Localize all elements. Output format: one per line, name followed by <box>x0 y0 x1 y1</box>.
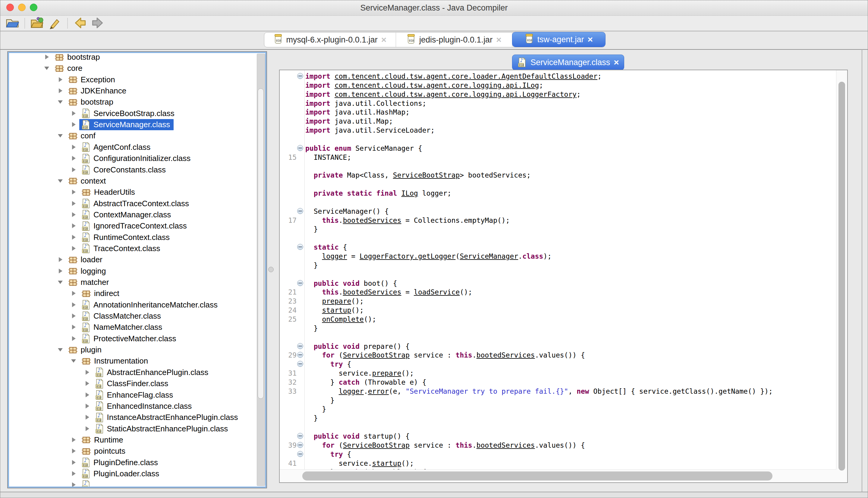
tree-row[interactable]: conf <box>9 130 256 141</box>
tree-item[interactable]: ♪010AnnotationInheritanceMatcher.class <box>79 299 221 311</box>
tree-expand-arrow-icon[interactable] <box>70 459 77 466</box>
tree-row[interactable]: ♪010AbstractEnhancePlugin.class <box>9 367 256 378</box>
tree-row[interactable]: matcher <box>9 277 256 288</box>
code-link[interactable]: bootedServices <box>343 288 401 296</box>
code-link[interactable]: ServiceManager <box>459 252 518 260</box>
tree-row[interactable]: ♪010StaticAbstractEnhancePlugin.class <box>9 423 256 434</box>
tree-expand-arrow-icon[interactable] <box>70 313 77 319</box>
tree-row[interactable]: ♪010InstanceAbstractEnhancePlugin.class <box>9 412 256 423</box>
code-link[interactable]: ILog <box>401 189 418 197</box>
tree-item[interactable]: conf <box>66 130 99 141</box>
tree-item[interactable]: indirect <box>79 288 123 299</box>
tree-expand-arrow-icon[interactable] <box>84 414 90 420</box>
tab-close-icon[interactable]: × <box>614 58 619 67</box>
forward-button[interactable] <box>90 16 106 30</box>
tree-row[interactable]: plugin <box>9 344 256 355</box>
tree-item[interactable]: ♪010RuntimeContext.class <box>79 232 173 243</box>
tree-expand-arrow-icon[interactable] <box>70 200 77 207</box>
tree-expand-arrow-icon[interactable] <box>57 76 64 83</box>
tab-close-icon[interactable]: × <box>381 35 387 44</box>
code-link[interactable]: startup <box>372 459 401 467</box>
tree-scrollbar[interactable] <box>257 54 265 486</box>
tree-row[interactable]: ♪010 <box>9 479 256 487</box>
tab-close-icon[interactable]: × <box>587 35 593 44</box>
tree-expand-arrow-icon[interactable] <box>70 301 77 308</box>
tree-row[interactable]: ♪010EnhanceFlag.class <box>9 390 256 401</box>
search-button[interactable] <box>47 16 63 30</box>
tree-expand-arrow-icon[interactable] <box>84 403 90 409</box>
tree-row[interactable]: core <box>9 63 256 74</box>
tree-row[interactable]: ♪010AnnotationInheritanceMatcher.class <box>9 299 256 311</box>
tree-expand-arrow-icon[interactable] <box>70 121 77 128</box>
tree-expand-arrow-icon[interactable] <box>70 335 77 342</box>
tree-row[interactable]: JDKEnhance <box>9 85 256 96</box>
tree-row[interactable]: ♪010ClassFinder.class <box>9 378 256 389</box>
tree-item[interactable]: pointcuts <box>79 446 129 457</box>
tree-expand-arrow-icon[interactable] <box>70 448 77 454</box>
tree-row[interactable]: ♪010ServiceBootStrap.class <box>9 108 256 119</box>
code-link[interactable]: loadService <box>414 288 459 296</box>
tree-expand-arrow-icon[interactable] <box>84 425 90 432</box>
tree-item[interactable]: context <box>66 175 110 187</box>
tree-collapse-arrow-icon[interactable] <box>57 346 64 353</box>
code-link[interactable]: logger <box>339 388 364 395</box>
tree-item[interactable]: ♪010ClassMatcher.class <box>79 311 164 322</box>
tree-item[interactable]: ♪010TraceContext.class <box>79 243 164 254</box>
tree-expand-arrow-icon[interactable] <box>70 324 77 330</box>
tree-item[interactable]: loader <box>66 254 106 265</box>
fold-toggle-icon[interactable] <box>297 343 303 349</box>
code-link[interactable]: bootedServices <box>477 351 535 359</box>
tree-item[interactable]: ♪010ServiceManager.class <box>79 119 174 130</box>
tree-row[interactable]: ♪010ConfigurationInitializer.class <box>9 153 256 164</box>
code-link[interactable]: onComplete <box>322 315 363 323</box>
tree-item[interactable]: JDKEnhance <box>66 85 130 96</box>
tree-item[interactable]: ♪010ServiceBootStrap.class <box>79 108 178 119</box>
code-vscrollbar-thumb[interactable] <box>839 82 845 471</box>
tree-expand-arrow-icon[interactable] <box>70 155 77 161</box>
tree-item[interactable]: ♪010ContextManager.class <box>79 209 174 220</box>
code-link[interactable]: logger <box>322 252 347 260</box>
tree-expand-arrow-icon[interactable] <box>43 54 50 60</box>
tree-collapse-arrow-icon[interactable] <box>57 178 64 184</box>
code-link[interactable]: bootedServices <box>477 441 535 449</box>
tree-expand-arrow-icon[interactable] <box>84 380 90 387</box>
tree-collapse-arrow-icon[interactable] <box>70 357 77 364</box>
tree-item[interactable]: ♪010PluginDefine.class <box>79 457 162 468</box>
tree-row[interactable]: ♪010PluginDefine.class <box>9 457 256 468</box>
tree-item[interactable]: Instrumentation <box>79 355 151 367</box>
tree-item[interactable]: matcher <box>66 277 113 288</box>
tree-expand-arrow-icon[interactable] <box>70 110 77 117</box>
tree-row[interactable]: bootstrap <box>9 52 256 63</box>
tree-expand-arrow-icon[interactable] <box>70 222 77 229</box>
tab-close-icon[interactable]: × <box>496 35 502 44</box>
code-link[interactable]: com.tencent.cloud.tsw.agent.core.logging… <box>335 81 539 89</box>
tree-expand-arrow-icon[interactable] <box>57 268 64 274</box>
tree-expand-arrow-icon[interactable] <box>70 189 77 195</box>
code-link[interactable]: com.tencent.cloud.tsw.agent.core.loader.… <box>335 73 597 80</box>
tree-scrollbar-thumb[interactable] <box>258 88 264 399</box>
tree-collapse-arrow-icon[interactable] <box>57 279 64 286</box>
tree-row[interactable]: ♪010AbstractTraceContext.class <box>9 198 256 209</box>
editor-tab-servicemanager[interactable]: ♪010 ServiceManager.class × <box>512 55 624 70</box>
tree-row[interactable]: ♪010ProtectiveMatcher.class <box>9 333 256 344</box>
fold-toggle-icon[interactable] <box>297 442 303 448</box>
code-link[interactable]: startup <box>322 306 351 314</box>
code-link[interactable]: ServiceBootStrap <box>343 351 410 359</box>
tree-row[interactable]: context <box>9 175 256 187</box>
tree-row[interactable]: ♪010IgnoredTraceContext.class <box>9 220 256 232</box>
tree-item[interactable]: ♪010EnhancedInstance.class <box>93 401 196 412</box>
tree-item[interactable]: ♪010ProtectiveMatcher.class <box>79 333 180 344</box>
tree-item[interactable]: HeaderUtils <box>79 187 139 198</box>
jar-tab-jedis[interactable]: 010 jedis-plugin-0.0.1.jar × <box>396 32 512 47</box>
tree-row[interactable]: pointcuts <box>9 446 256 457</box>
code-link[interactable]: prepare <box>322 297 351 305</box>
tree-collapse-arrow-icon[interactable] <box>57 132 64 139</box>
code-link[interactable]: LoggerFactory.getLogger <box>360 252 456 260</box>
tree-expand-arrow-icon[interactable] <box>84 369 90 376</box>
tree-item[interactable]: plugin <box>66 344 105 355</box>
tree-row[interactable]: ♪010ContextManager.class <box>9 209 256 220</box>
code-link[interactable]: bootedServices <box>343 217 401 224</box>
fold-toggle-icon[interactable] <box>297 208 303 214</box>
fold-toggle-icon[interactable] <box>297 280 303 286</box>
tree-item[interactable]: ♪010AbstractEnhancePlugin.class <box>93 367 212 378</box>
